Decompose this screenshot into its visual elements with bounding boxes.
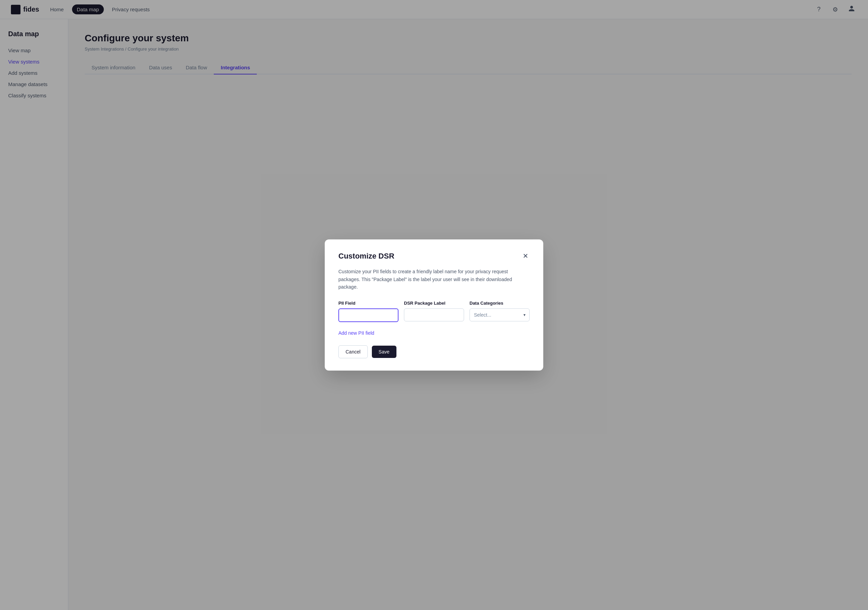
modal-overlay[interactable]: Customize DSR Customize your PII fields … (0, 0, 868, 610)
pii-field-input[interactable] (338, 309, 398, 322)
dsr-label-input[interactable] (404, 309, 464, 321)
pii-field-group: PII Field (338, 301, 398, 322)
dsr-label-group: DSR Package Label (404, 301, 464, 321)
data-categories-select-wrapper: Select... ▾ (470, 309, 530, 321)
modal-header: Customize DSR (338, 252, 530, 261)
data-categories-group: Data Categories Select... ▾ (470, 301, 530, 321)
pii-field-label: PII Field (338, 301, 398, 306)
data-categories-label: Data Categories (470, 301, 530, 306)
close-modal-button[interactable] (521, 252, 530, 261)
close-icon (522, 252, 529, 259)
modal-title: Customize DSR (338, 252, 394, 261)
add-pii-field-button[interactable]: Add new PII field (338, 330, 374, 336)
modal-actions: Cancel Save (338, 345, 530, 358)
data-categories-select[interactable]: Select... (470, 309, 530, 321)
save-button[interactable]: Save (372, 346, 397, 358)
dsr-label-label: DSR Package Label (404, 301, 464, 306)
cancel-button[interactable]: Cancel (338, 345, 368, 358)
customize-dsr-modal: Customize DSR Customize your PII fields … (325, 239, 543, 370)
modal-description: Customize your PII fields to create a fr… (338, 268, 530, 291)
form-fields: PII Field DSR Package Label Data Categor… (338, 301, 530, 322)
